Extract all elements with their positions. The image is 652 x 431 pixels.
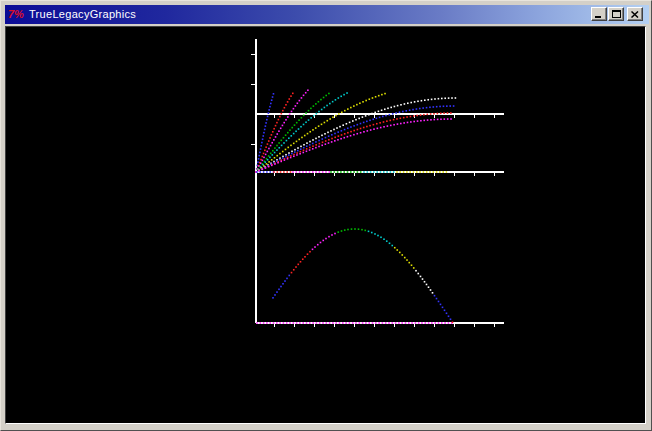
client-area (5, 26, 646, 424)
minimize-icon (595, 11, 603, 18)
app-icon[interactable]: 7% (8, 7, 26, 22)
screen: 7% TrueLegacyGraphics (0, 0, 652, 431)
close-button[interactable] (627, 7, 643, 21)
minimize-button[interactable] (591, 7, 607, 21)
maximize-icon (612, 10, 621, 18)
close-icon (631, 11, 639, 18)
window-frame: 7% TrueLegacyGraphics (0, 0, 652, 431)
maximize-button[interactable] (608, 7, 624, 21)
title-bar[interactable]: 7% TrueLegacyGraphics (5, 5, 649, 24)
window-title: TrueLegacyGraphics (29, 5, 136, 24)
